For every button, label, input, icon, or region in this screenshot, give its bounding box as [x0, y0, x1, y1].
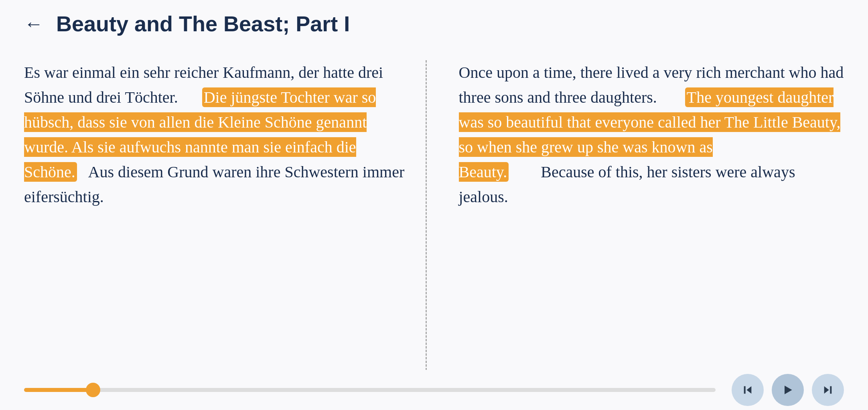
header: ← Beauty and The Beast; Part I	[0, 0, 868, 44]
player-controls	[732, 374, 844, 406]
play-button[interactable]	[772, 374, 804, 406]
progress-fill	[24, 388, 93, 392]
forward-button[interactable]	[812, 374, 844, 406]
page-title: Beauty and The Beast; Part I	[56, 11, 350, 36]
svg-rect-1	[744, 386, 746, 394]
rewind-button[interactable]	[732, 374, 764, 406]
play-icon	[781, 384, 794, 396]
player-bar	[0, 370, 868, 410]
svg-marker-0	[746, 386, 751, 394]
rewind-icon	[741, 384, 754, 396]
forward-icon	[821, 384, 834, 396]
svg-rect-4	[830, 386, 831, 394]
left-text-plain-2: Aus diesem Grund waren ihre Schwestern i…	[24, 163, 404, 206]
svg-marker-2	[785, 386, 792, 394]
back-button[interactable]: ←	[24, 14, 43, 33]
progress-thumb[interactable]	[86, 383, 100, 397]
right-text-column: Once upon a time, there lived a very ric…	[427, 60, 844, 373]
content-area: Es war einmal ein sehr reicher Kaufmann,…	[0, 44, 868, 373]
progress-track[interactable]	[24, 388, 716, 392]
svg-marker-3	[824, 386, 829, 394]
right-text-plain-2: Because of this, her sisters were always…	[459, 163, 795, 206]
left-text-column: Es war einmal ein sehr reicher Kaufmann,…	[24, 60, 426, 373]
